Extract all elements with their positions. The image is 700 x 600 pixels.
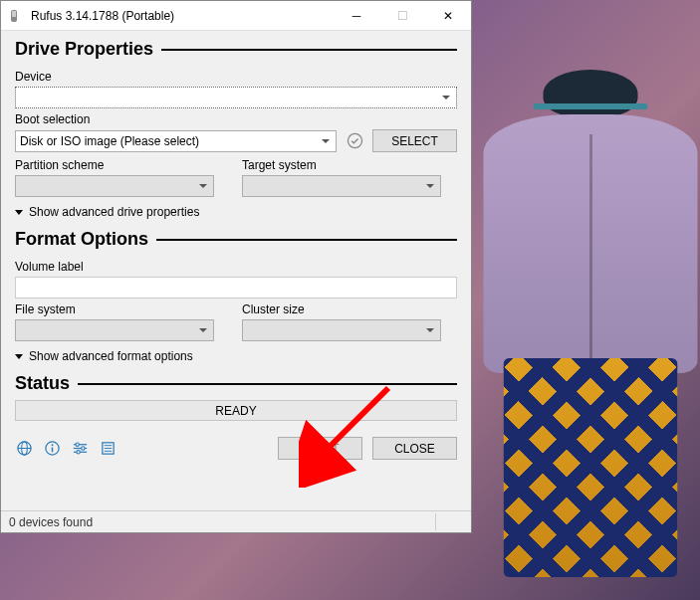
minimize-button[interactable]: ─ [334,1,379,31]
status-heading: Status [15,373,457,394]
chevron-down-icon [426,184,434,188]
target-system-dropdown[interactable] [242,175,441,197]
select-button[interactable]: SELECT [372,129,457,152]
cluster-size-label: Cluster size [242,302,457,316]
drive-properties-label: Drive Properties [15,39,153,60]
chevron-down-icon [15,210,23,215]
language-icon[interactable] [15,440,33,458]
advanced-drive-expander[interactable]: Show advanced drive properties [15,205,457,219]
boot-selection-label: Boot selection [15,112,457,126]
svg-rect-1 [12,11,16,17]
info-icon[interactable] [43,440,61,458]
close-button-label: CLOSE [394,442,435,456]
cluster-size-dropdown[interactable] [242,319,441,341]
svg-point-12 [81,447,84,450]
advanced-drive-label: Show advanced drive properties [29,205,199,219]
verify-icon[interactable] [345,131,364,151]
chevron-down-icon [442,96,450,100]
advanced-format-label: Show advanced format options [29,349,193,363]
chevron-down-icon [426,328,434,332]
rufus-window: Rufus 3.14.1788 (Portable) ─ ☐ ✕ Drive P… [0,0,472,533]
svg-point-7 [51,444,53,446]
boot-selection-dropdown[interactable]: Disk or ISO image (Please select) [15,130,337,152]
svg-point-10 [75,443,78,446]
status-label: Status [15,373,70,394]
partition-scheme-label: Partition scheme [15,158,230,172]
status-text: READY [215,404,256,418]
log-icon[interactable] [99,440,117,458]
app-icon [9,8,25,24]
start-button[interactable]: START [278,437,362,460]
volume-label-input[interactable] [15,277,457,299]
drive-properties-heading: Drive Properties [15,39,457,60]
chevron-down-icon [15,354,23,359]
close-window-button[interactable]: ✕ [425,1,471,31]
window-title: Rufus 3.14.1788 (Portable) [31,9,334,23]
statusbar-text: 0 devices found [9,515,93,529]
file-system-label: File system [15,302,230,316]
maximize-button: ☐ [379,1,425,31]
file-system-dropdown[interactable] [15,319,214,341]
chevron-down-icon [199,328,207,332]
svg-point-2 [348,133,361,147]
content-area: Drive Properties Device Boot selection D… [1,31,471,510]
format-options-heading: Format Options [15,229,457,250]
partition-scheme-dropdown[interactable] [15,175,214,197]
titlebar: Rufus 3.14.1788 (Portable) ─ ☐ ✕ [1,1,471,31]
statusbar: 0 devices found [1,510,471,532]
background-figure [461,60,700,597]
svg-point-14 [76,451,79,454]
device-dropdown[interactable] [15,87,457,108]
chevron-down-icon [322,139,330,143]
status-bar: READY [15,400,457,421]
start-button-label: START [301,442,339,456]
advanced-format-expander[interactable]: Show advanced format options [15,349,457,363]
device-label: Device [15,70,457,84]
volume-label-label: Volume label [15,260,457,274]
chevron-down-icon [199,184,207,188]
select-button-label: SELECT [391,134,438,148]
target-system-label: Target system [242,158,457,172]
settings-icon[interactable] [71,440,89,458]
boot-selection-value: Disk or ISO image (Please select) [20,134,199,148]
format-options-label: Format Options [15,229,148,250]
close-button[interactable]: CLOSE [372,437,457,460]
